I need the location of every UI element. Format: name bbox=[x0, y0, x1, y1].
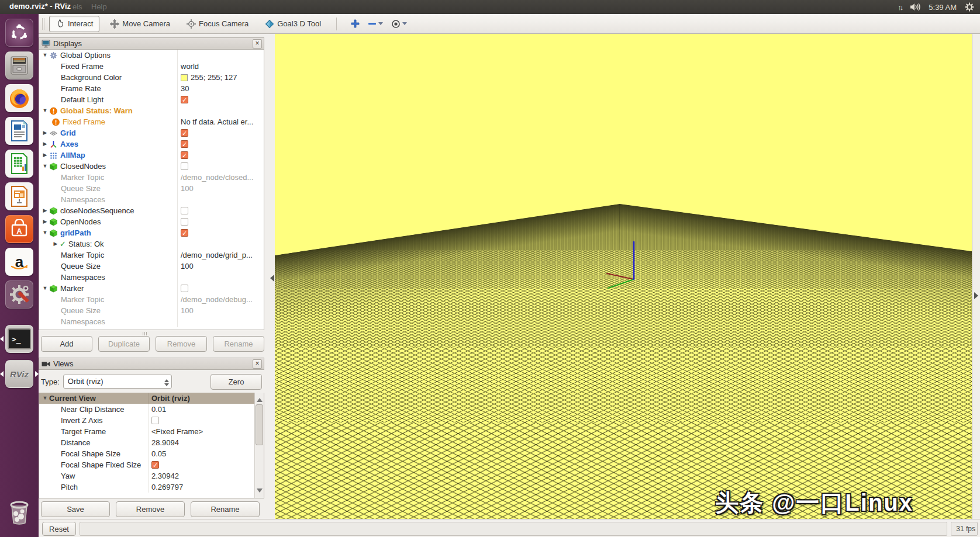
tree-row[interactable]: Marker Topic/demo_node/debug... bbox=[39, 294, 264, 305]
add-button[interactable]: Add bbox=[41, 336, 92, 352]
tool-move-camera-button[interactable]: Move Camera bbox=[104, 16, 176, 32]
launcher-item-impress[interactable] bbox=[5, 182, 33, 210]
tree-row[interactable]: ▼ClosedNodes bbox=[39, 161, 264, 172]
menu-panels-fragment[interactable]: els bbox=[73, 2, 82, 11]
launcher-item-settings[interactable] bbox=[5, 280, 33, 309]
tree-row[interactable]: ▼Marker bbox=[39, 283, 264, 294]
tree-row[interactable]: ▶closeNodesSequence bbox=[39, 205, 264, 216]
expander-right-icon[interactable]: ▶ bbox=[51, 238, 60, 250]
expander-down-icon[interactable]: ▼ bbox=[41, 50, 49, 61]
tree-row[interactable]: ▼gridPath bbox=[39, 227, 264, 238]
right-panel-strip[interactable] bbox=[972, 34, 980, 519]
expander-down-icon[interactable]: ▼ bbox=[41, 283, 49, 294]
session-gear-icon[interactable] bbox=[965, 2, 974, 12]
tree-row[interactable]: Background Color255; 255; 127 bbox=[39, 72, 264, 83]
tree-row[interactable]: Focal Shape Fixed Size bbox=[39, 459, 264, 470]
expander-right-icon[interactable]: ▶ bbox=[41, 138, 49, 150]
launcher-item-software[interactable]: A bbox=[5, 215, 33, 243]
toolbar-handle[interactable] bbox=[42, 18, 44, 30]
view-type-combobox[interactable]: Orbit (rviz) bbox=[63, 375, 172, 389]
add-tool-button[interactable] bbox=[351, 19, 360, 28]
checkbox-unchecked[interactable] bbox=[181, 285, 188, 292]
save-button[interactable]: Save bbox=[41, 501, 110, 517]
checkbox-unchecked[interactable] bbox=[181, 207, 188, 214]
launcher-item-terminal[interactable]: >_ bbox=[5, 325, 33, 353]
panel-splitter[interactable] bbox=[264, 34, 275, 519]
tool-goal-button[interactable]: Goal3 D Tool bbox=[259, 16, 327, 32]
network-icon[interactable]: ↑↓ bbox=[898, 3, 902, 12]
spinner-icon[interactable] bbox=[164, 377, 169, 389]
camera-tool-button[interactable] bbox=[391, 19, 407, 29]
zero-button[interactable]: Zero bbox=[211, 374, 262, 390]
launcher-item-dash[interactable] bbox=[5, 19, 33, 47]
close-displays-button[interactable]: × bbox=[253, 39, 262, 48]
tree-row[interactable]: Namespaces bbox=[39, 272, 264, 283]
expander-right-icon[interactable]: ▶ bbox=[41, 150, 49, 161]
tree-row[interactable]: ▶✓Status: Ok bbox=[39, 238, 264, 250]
launcher-item-files[interactable] bbox=[5, 51, 33, 79]
tree-row[interactable]: Target Frame<Fixed Frame> bbox=[39, 426, 264, 437]
tool-focus-camera-button[interactable]: Focus Camera bbox=[181, 16, 254, 32]
expand-right-icon[interactable] bbox=[974, 292, 980, 299]
checkbox-unchecked[interactable] bbox=[151, 417, 159, 424]
volume-icon[interactable] bbox=[910, 2, 920, 12]
checkbox-checked[interactable] bbox=[181, 140, 188, 148]
tree-row[interactable]: Fixed FrameNo tf data. Actual er... bbox=[39, 116, 264, 127]
tree-row-current-view[interactable]: ▼Current ViewOrbit (rviz) bbox=[39, 393, 264, 404]
launcher-item-trash[interactable] bbox=[5, 499, 33, 527]
collapse-left-icon[interactable] bbox=[267, 275, 274, 282]
expander-right-icon[interactable]: ▶ bbox=[41, 127, 49, 138]
checkbox-unchecked[interactable] bbox=[181, 162, 188, 170]
tree-row[interactable]: ▼Global Status: Warn bbox=[39, 105, 264, 116]
tree-row[interactable]: Namespaces bbox=[39, 316, 264, 327]
tree-row[interactable]: Marker Topic/demo_node/grid_p... bbox=[39, 250, 264, 261]
views-scrollbar[interactable] bbox=[254, 393, 264, 498]
checkbox-checked[interactable] bbox=[181, 129, 188, 137]
expander-down-icon[interactable]: ▼ bbox=[41, 227, 49, 238]
tree-row[interactable]: Distance28.9094 bbox=[39, 437, 264, 448]
tree-row[interactable]: ▶OpenNodes bbox=[39, 216, 264, 227]
expander-right-icon[interactable]: ▶ bbox=[41, 205, 49, 216]
scrollbar-thumb[interactable] bbox=[256, 404, 263, 445]
tree-row[interactable]: Queue Size100 bbox=[39, 183, 264, 194]
expander-right-icon[interactable]: ▶ bbox=[41, 216, 49, 227]
tree-row[interactable]: ▶Grid bbox=[39, 127, 264, 138]
close-views-button[interactable]: × bbox=[253, 359, 262, 369]
tree-row[interactable]: ▼Global Options bbox=[39, 50, 264, 61]
tree-row[interactable]: Queue Size100 bbox=[39, 261, 264, 272]
tree-row[interactable]: Namespaces bbox=[39, 194, 264, 205]
launcher-item-amazon[interactable]: a bbox=[5, 248, 33, 276]
remove-button[interactable]: Remove bbox=[156, 336, 207, 352]
tree-row[interactable]: Marker Topic/demo_node/closed... bbox=[39, 172, 264, 183]
panel-splitter-handle[interactable] bbox=[143, 332, 147, 335]
tree-row[interactable]: ▶Axes bbox=[39, 138, 264, 150]
expander-down-icon[interactable]: ▼ bbox=[41, 105, 49, 116]
views-panel-header[interactable]: Views × bbox=[39, 358, 264, 370]
scroll-down-icon[interactable] bbox=[257, 489, 263, 496]
tree-row[interactable]: Frame Rate30 bbox=[39, 83, 264, 94]
expander-down-icon[interactable]: ▼ bbox=[41, 393, 49, 404]
tree-row[interactable]: Fixed Frameworld bbox=[39, 61, 264, 72]
rename-view-button[interactable]: Rename bbox=[191, 501, 260, 517]
remove-tool-button[interactable] bbox=[368, 19, 383, 28]
checkbox-checked[interactable] bbox=[181, 151, 188, 159]
3d-viewport[interactable]: 头条 @一口Linux bbox=[275, 34, 972, 519]
tree-row[interactable]: Invert Z Axis bbox=[39, 415, 264, 426]
checkbox-checked[interactable] bbox=[181, 96, 188, 103]
checkbox-checked[interactable] bbox=[151, 461, 159, 469]
tree-row[interactable]: Default Light bbox=[39, 94, 264, 105]
checkbox-checked[interactable] bbox=[181, 229, 188, 237]
launcher-item-firefox[interactable] bbox=[5, 84, 33, 112]
tree-row[interactable]: Focal Shape Size0.05 bbox=[39, 448, 264, 459]
launcher-item-calc[interactable] bbox=[5, 150, 33, 178]
displays-panel-header[interactable]: Displays × bbox=[39, 37, 264, 50]
rename-button[interactable]: Rename bbox=[213, 336, 264, 352]
tool-interact-button[interactable]: Interact bbox=[49, 16, 99, 32]
scroll-up-icon[interactable] bbox=[257, 395, 263, 402]
launcher-item-rviz[interactable]: RViz bbox=[5, 360, 33, 388]
tree-row[interactable]: Pitch0.269797 bbox=[39, 481, 264, 493]
tree-row[interactable]: Yaw2.30942 bbox=[39, 470, 264, 481]
tree-row[interactable]: Queue Size100 bbox=[39, 305, 264, 316]
reset-button[interactable]: Reset bbox=[42, 522, 76, 536]
expander-down-icon[interactable]: ▼ bbox=[41, 161, 49, 172]
